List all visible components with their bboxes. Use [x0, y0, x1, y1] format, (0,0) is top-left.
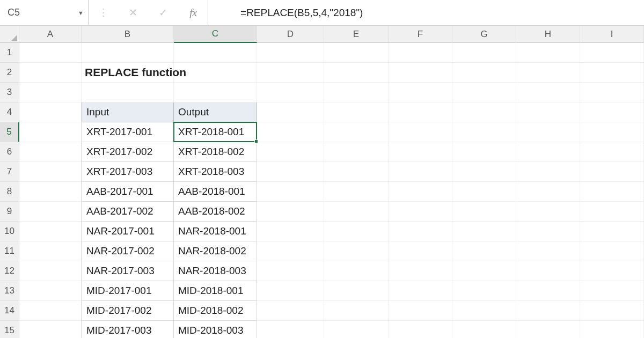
row-header-10[interactable]: 10 — [0, 222, 19, 241]
cell-G1[interactable] — [452, 43, 516, 63]
cell-A4[interactable] — [19, 102, 82, 122]
cell-D12[interactable] — [257, 261, 324, 281]
cell-I13[interactable] — [580, 281, 644, 301]
cell-G15[interactable] — [452, 321, 516, 338]
cell-D6[interactable] — [257, 142, 324, 162]
cell-F12[interactable] — [389, 261, 452, 281]
cell-C7[interactable]: XRT-2018-003 — [174, 162, 257, 182]
cell-F11[interactable] — [389, 241, 452, 261]
cell-H13[interactable] — [516, 281, 580, 301]
cell-A8[interactable] — [19, 182, 82, 202]
cell-C3[interactable] — [174, 83, 257, 102]
cell-G14[interactable] — [452, 301, 516, 321]
cell-F14[interactable] — [389, 301, 452, 321]
cell-D9[interactable] — [257, 202, 324, 222]
cell-C4[interactable]: Output — [174, 102, 257, 122]
cell-D11[interactable] — [257, 241, 324, 261]
cell-E4[interactable] — [324, 102, 389, 122]
enter-icon[interactable]: ✓ — [153, 6, 173, 19]
formula-input[interactable]: =REPLACE(B5,5,4,"2018") — [208, 0, 644, 25]
cell-D13[interactable] — [257, 281, 324, 301]
cell-H7[interactable] — [516, 162, 580, 182]
cell-B14[interactable]: MID-2017-002 — [82, 301, 174, 321]
row-header-15[interactable]: 15 — [0, 321, 19, 338]
cell-G8[interactable] — [452, 182, 516, 202]
cell-E7[interactable] — [324, 162, 389, 182]
cell-D3[interactable] — [257, 83, 324, 102]
cell-B12[interactable]: NAR-2017-003 — [82, 261, 174, 281]
cell-I4[interactable] — [580, 102, 644, 122]
row-header-14[interactable]: 14 — [0, 301, 19, 321]
cell-I11[interactable] — [580, 241, 644, 261]
cell-B10[interactable]: NAR-2017-001 — [82, 222, 174, 241]
col-header-A[interactable]: A — [19, 26, 82, 43]
cell-B5[interactable]: XRT-2017-001 — [82, 122, 174, 142]
cell-G2[interactable] — [452, 63, 516, 83]
cell-I9[interactable] — [580, 202, 644, 222]
cell-I6[interactable] — [580, 142, 644, 162]
cell-F1[interactable] — [389, 43, 452, 63]
row-header-13[interactable]: 13 — [0, 281, 19, 301]
cell-H15[interactable] — [516, 321, 580, 338]
cell-I10[interactable] — [580, 222, 644, 241]
row-header-2[interactable]: 2 — [0, 63, 19, 83]
cell-A7[interactable] — [19, 162, 82, 182]
cell-F2[interactable] — [389, 63, 452, 83]
cell-E14[interactable] — [324, 301, 389, 321]
cell-F13[interactable] — [389, 281, 452, 301]
cell-F6[interactable] — [389, 142, 452, 162]
cell-G11[interactable] — [452, 241, 516, 261]
cell-G3[interactable] — [452, 83, 516, 102]
cell-C5[interactable]: XRT-2018-001 — [174, 122, 257, 142]
cancel-icon[interactable]: ✕ — [123, 6, 143, 19]
cell-I15[interactable] — [580, 321, 644, 338]
cell-G9[interactable] — [452, 202, 516, 222]
cell-A2[interactable] — [19, 63, 82, 83]
dropdown-icon[interactable]: ▼ — [78, 10, 84, 16]
cell-H11[interactable] — [516, 241, 580, 261]
cell-H12[interactable] — [516, 261, 580, 281]
fx-icon[interactable]: fx — [183, 7, 203, 19]
row-header-8[interactable]: 8 — [0, 182, 19, 202]
cell-B9[interactable]: AAB-2017-002 — [82, 202, 174, 222]
cell-B8[interactable]: AAB-2017-001 — [82, 182, 174, 202]
cell-I5[interactable] — [580, 122, 644, 142]
cell-F9[interactable] — [389, 202, 452, 222]
row-header-1[interactable]: 1 — [0, 43, 19, 63]
cell-I1[interactable] — [580, 43, 644, 63]
col-header-C[interactable]: C — [174, 26, 257, 43]
cell-C6[interactable]: XRT-2018-002 — [174, 142, 257, 162]
cell-B13[interactable]: MID-2017-001 — [82, 281, 174, 301]
cell-I8[interactable] — [580, 182, 644, 202]
cell-A5[interactable] — [19, 122, 82, 142]
cell-H6[interactable] — [516, 142, 580, 162]
row-header-12[interactable]: 12 — [0, 261, 19, 281]
cell-E6[interactable] — [324, 142, 389, 162]
cell-D7[interactable] — [257, 162, 324, 182]
cell-C9[interactable]: AAB-2018-002 — [174, 202, 257, 222]
cell-G7[interactable] — [452, 162, 516, 182]
cell-D1[interactable] — [257, 43, 324, 63]
col-header-F[interactable]: F — [389, 26, 452, 43]
cell-H9[interactable] — [516, 202, 580, 222]
cell-F4[interactable] — [389, 102, 452, 122]
cell-H8[interactable] — [516, 182, 580, 202]
cell-C2[interactable] — [174, 63, 257, 83]
col-header-E[interactable]: E — [324, 26, 389, 43]
cell-H2[interactable] — [516, 63, 580, 83]
cell-C11[interactable]: NAR-2018-002 — [174, 241, 257, 261]
cell-A13[interactable] — [19, 281, 82, 301]
cell-B7[interactable]: XRT-2017-003 — [82, 162, 174, 182]
cell-I12[interactable] — [580, 261, 644, 281]
cell-A14[interactable] — [19, 301, 82, 321]
col-header-H[interactable]: H — [516, 26, 580, 43]
cell-I3[interactable] — [580, 83, 644, 102]
row-header-4[interactable]: 4 — [0, 102, 19, 122]
row-header-7[interactable]: 7 — [0, 162, 19, 182]
col-header-I[interactable]: I — [580, 26, 644, 43]
cell-H1[interactable] — [516, 43, 580, 63]
cell-H3[interactable] — [516, 83, 580, 102]
cell-C1[interactable] — [174, 43, 257, 63]
cell-E5[interactable] — [324, 122, 389, 142]
cell-E10[interactable] — [324, 222, 389, 241]
